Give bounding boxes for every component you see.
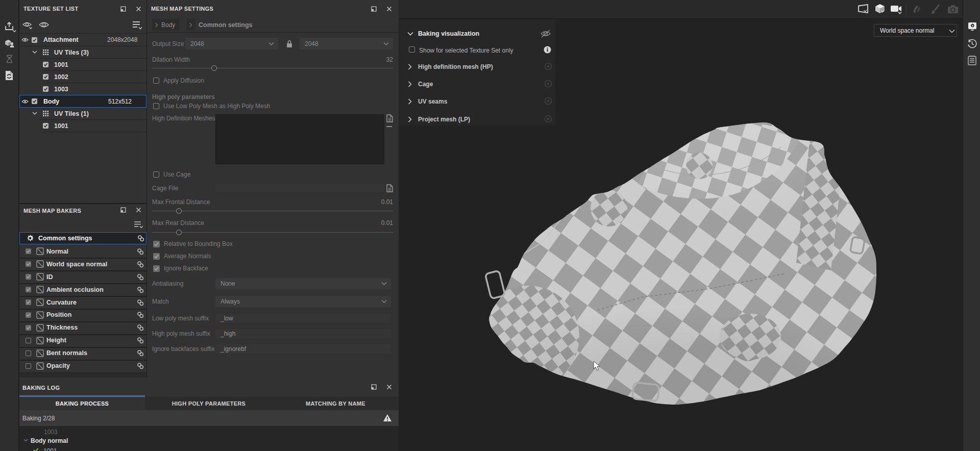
svg-text:1: 1: [43, 22, 45, 27]
